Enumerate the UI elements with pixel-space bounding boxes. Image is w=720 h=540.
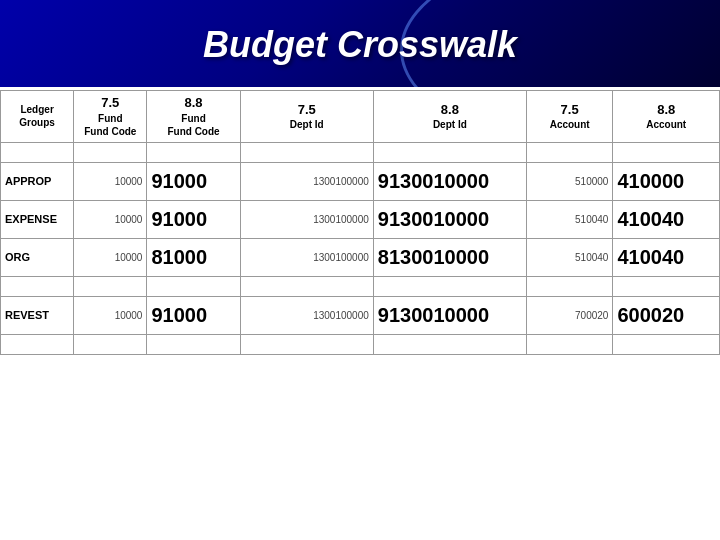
table-header-row: Ledger Groups 7.5 Fund Fund Code 8.8 Fun… [1, 91, 720, 143]
table-row: ORG1000081000130010000081300100005100404… [1, 238, 720, 276]
acct-75-cell: 700020 [526, 296, 613, 334]
fund-88-cell: 81000 [147, 238, 240, 276]
col-75acct-header: 7.5 Account [526, 91, 613, 143]
ledger-group-cell: EXPENSE [1, 200, 74, 238]
fund-75-cell: 10000 [74, 162, 147, 200]
fund-75-cell: 10000 [74, 238, 147, 276]
fund-75-cell: 10000 [74, 200, 147, 238]
fund-75-cell: 10000 [74, 296, 147, 334]
dept-88-cell: 9130010000 [373, 200, 526, 238]
dept-75-cell: 1300100000 [240, 162, 373, 200]
crosswalk-table: Ledger Groups 7.5 Fund Fund Code 8.8 Fun… [0, 90, 720, 355]
empty-row [1, 142, 720, 162]
col-75fund-header: 7.5 Fund Fund Code [74, 91, 147, 143]
acct-75-cell: 510000 [526, 162, 613, 200]
ledger-group-cell: APPROP [1, 162, 74, 200]
dept-88-cell: 9130010000 [373, 296, 526, 334]
col-88fund-header: 8.8 Fund Fund Code [147, 91, 240, 143]
dept-75-cell: 1300100000 [240, 296, 373, 334]
col-75dept-header: 7.5 Dept Id [240, 91, 373, 143]
fund-88-cell: 91000 [147, 162, 240, 200]
col-88acct-header: 8.8 Account [613, 91, 720, 143]
page-header: Budget Crosswalk [0, 0, 720, 90]
acct-88-cell: 410040 [613, 238, 720, 276]
dept-88-cell: 9130010000 [373, 162, 526, 200]
acct-75-cell: 510040 [526, 200, 613, 238]
col-ledger-header: Ledger Groups [1, 91, 74, 143]
ledger-group-cell: REVEST [1, 296, 74, 334]
acct-88-cell: 410000 [613, 162, 720, 200]
dept-75-cell: 1300100000 [240, 200, 373, 238]
table-row: APPROP1000091000130010000091300100005100… [1, 162, 720, 200]
table-row: REVEST1000091000130010000091300100007000… [1, 296, 720, 334]
table-row: EXPENSE100009100013001000009130010000510… [1, 200, 720, 238]
acct-75-cell: 510040 [526, 238, 613, 276]
dept-88-cell: 8130010000 [373, 238, 526, 276]
fund-88-cell: 91000 [147, 296, 240, 334]
ledger-group-cell: ORG [1, 238, 74, 276]
acct-88-cell: 410040 [613, 200, 720, 238]
fund-88-cell: 91000 [147, 200, 240, 238]
page-title: Budget Crosswalk [203, 24, 517, 66]
table-container: Ledger Groups 7.5 Fund Fund Code 8.8 Fun… [0, 90, 720, 540]
empty-row [1, 334, 720, 354]
acct-88-cell: 600020 [613, 296, 720, 334]
dept-75-cell: 1300100000 [240, 238, 373, 276]
empty-row [1, 276, 720, 296]
col-88dept-header: 8.8 Dept Id [373, 91, 526, 143]
